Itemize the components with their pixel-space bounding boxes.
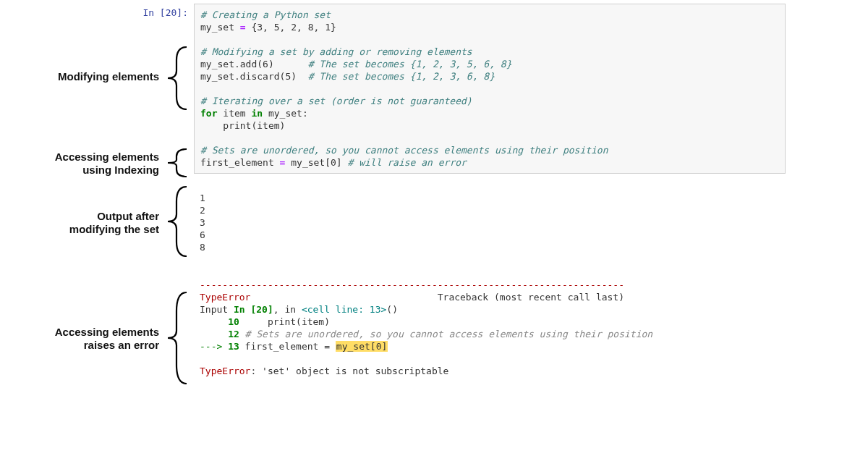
code-keyword: in xyxy=(251,108,263,119)
output-line: 3 xyxy=(200,217,205,228)
code-op: = xyxy=(240,22,246,33)
traceback-error-msg: : 'set' object is not subscriptable xyxy=(250,366,448,376)
code-cell: # Creating a Python set my_set = {3, 5, … xyxy=(194,4,786,174)
traceback-text: , in xyxy=(273,304,302,315)
output-line: 6 xyxy=(200,229,205,240)
traceback-arrow-icon: ---> xyxy=(200,341,228,352)
traceback-highlight: my_set[0] xyxy=(336,341,388,352)
traceback-cell-ref: In [20] xyxy=(234,304,273,315)
traceback-error-name: TypeError xyxy=(200,292,250,303)
code-var: item xyxy=(217,108,251,119)
annotation-output: Output after modifying the set xyxy=(7,210,159,236)
input-prompt: In [20]: xyxy=(123,7,188,18)
annotation-line: raises an error xyxy=(84,339,159,351)
code-literal: {3, 5, 2, 8, 1} xyxy=(246,22,336,33)
code-comment: # Modifying a set by adding or removing … xyxy=(200,46,472,57)
annotation-line: Accessing elements xyxy=(55,326,159,338)
output-line: 2 xyxy=(200,205,205,216)
output-line: 8 xyxy=(200,242,205,253)
traceback-lineno: 12 xyxy=(200,329,239,339)
stdout-output: 1 2 3 6 8 xyxy=(200,192,205,253)
code-comment: # Creating a Python set xyxy=(200,9,331,20)
code-comment: # Sets are unordered, so you cannot acce… xyxy=(200,145,608,156)
annotation-indexing: Accessing elements using Indexing xyxy=(7,151,159,177)
code-var: first_element xyxy=(200,157,274,168)
annotation-error: Accessing elements raises an error xyxy=(7,326,159,352)
annotation-line: Output after xyxy=(97,210,159,222)
traceback-lineno: 10 xyxy=(200,316,239,327)
code-call: my_set.discard(5) xyxy=(200,71,297,82)
traceback-output: ----------------------------------------… xyxy=(200,279,771,377)
annotation-line: modifying the set xyxy=(69,223,159,235)
code-comment: # The set becomes {1, 2, 3, 5, 6, 8} xyxy=(308,59,512,69)
annotation-modifying: Modifying elements xyxy=(7,70,159,83)
annotation-line: Accessing elements xyxy=(55,151,159,163)
traceback-code: print(item) xyxy=(239,316,330,327)
code-expr: my_set[0] xyxy=(285,157,347,168)
traceback-error-name: TypeError xyxy=(200,366,250,376)
code-var: my_set xyxy=(200,22,234,33)
brace-icon xyxy=(165,46,187,111)
code-comment: # will raise an error xyxy=(348,157,467,168)
traceback-code: first_element = xyxy=(239,341,336,352)
traceback-text: () xyxy=(386,304,398,315)
code-comment: # The set becomes {1, 2, 3, 6, 8} xyxy=(308,71,495,82)
code-call: my_set.add(6) xyxy=(200,59,274,69)
traceback-lineno: 13 xyxy=(228,341,239,352)
code-call: print(item) xyxy=(200,120,285,131)
brace-icon xyxy=(165,148,187,178)
brace-icon xyxy=(165,185,187,258)
traceback-code: # Sets are unordered, so you cannot acce… xyxy=(239,329,652,339)
traceback-label: Traceback (most recent call last) xyxy=(438,292,624,303)
code-comment: # Iterating over a set (order is not gua… xyxy=(200,96,472,106)
traceback-separator: ----------------------------------------… xyxy=(200,279,624,290)
traceback-input: Input xyxy=(200,304,234,315)
traceback-location: <cell line: 13> xyxy=(302,304,386,315)
output-line: 1 xyxy=(200,193,205,203)
annotation-line: using Indexing xyxy=(82,164,159,176)
brace-icon xyxy=(165,291,187,385)
code-keyword: for xyxy=(200,108,217,119)
code-var: my_set: xyxy=(263,108,308,119)
